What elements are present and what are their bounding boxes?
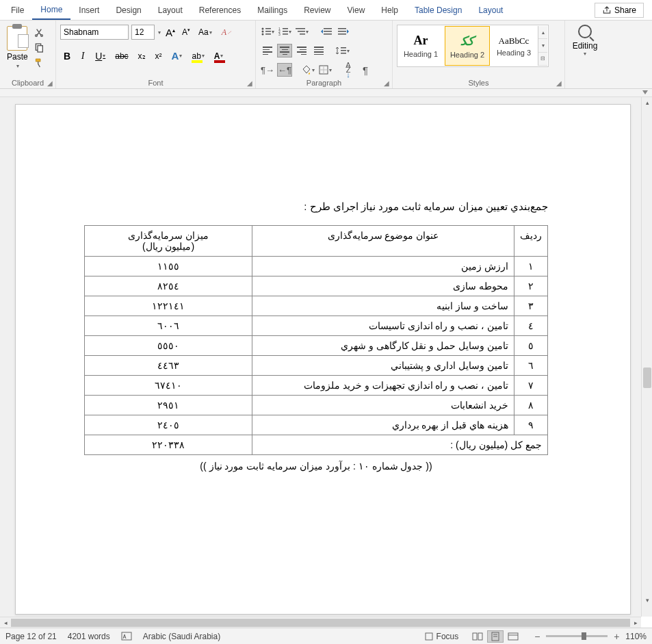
group-clipboard: Paste ▾ Clipboard◢ [0,21,56,88]
menu-table-design[interactable]: Table Design [406,1,470,19]
table-row[interactable]: ١ ارزش زمین ١١٥٥ [85,257,548,276]
page[interactable]: جمع‌بندي تعیین میزان سرمایه ثابت مورد نی… [15,104,631,615]
scroll-down[interactable]: ▾ [642,595,652,606]
status-words[interactable]: 4201 words [68,632,110,641]
scroll-thumb[interactable] [643,368,651,388]
svg-rect-21 [338,31,346,32]
table-row[interactable]: ٢ محوطه سازی ٨٢٥٤ [85,276,548,296]
ltr-direction-button[interactable]: ¶→ [260,63,275,77]
vertical-scrollbar[interactable]: ▴ ▾ [641,97,652,617]
paragraph-launcher[interactable]: ◢ [384,79,389,87]
sort-button[interactable]: AZ↓ [341,63,356,77]
align-center-button[interactable] [277,44,292,57]
cell-num: ٩ [514,415,548,435]
table-row[interactable]: ٥ تامین وسایل حمل و نقل کارگاهی و شهري ٥… [85,336,548,356]
paste-button[interactable]: Paste ▾ [4,25,31,70]
zoom-value[interactable]: 110% [625,632,647,641]
table-row[interactable]: ٩ هزینه هاي قبل از بهره برداري ٢٤٠٥ [85,415,548,435]
subscript-button[interactable]: x₂ [135,49,149,63]
status-language[interactable]: Arabic (Saudi Arabia) [143,632,220,641]
scroll-left[interactable]: ◂ [0,617,11,628]
shrink-font-button[interactable]: A▾ [180,26,192,38]
table-row[interactable]: ٣ ساخت و ساز ابنیه ١٢٢١٤١ [85,296,548,316]
gallery-down[interactable]: ▾ [538,39,547,52]
menu-table-layout[interactable]: Layout [470,1,511,19]
text-effects-button[interactable]: A▾ [168,48,186,64]
status-page[interactable]: Page 12 of 21 [5,632,57,641]
chevron-down-icon[interactable]: ▾ [158,29,161,36]
rtl-direction-button[interactable]: ←¶ [277,63,292,77]
highlight-button[interactable]: ab▾ [188,49,207,63]
format-painter-icon[interactable] [34,57,44,68]
table-row[interactable]: ٨ خرید انشعابات ٢٩٥١ [85,396,548,415]
superscript-button[interactable]: x² [152,49,166,63]
show-marks-button[interactable]: ¶ [358,63,373,77]
total-value: ٢٢٠٣٣٨ [85,435,252,455]
align-left-button[interactable] [260,44,275,57]
font-launcher[interactable]: ◢ [247,79,252,87]
spellcheck-icon[interactable] [121,632,132,641]
decrease-indent-button[interactable] [319,25,334,38]
gallery-more[interactable]: ⊟ [538,53,547,66]
table-row[interactable]: ٤ تامین ، نصب و راه اندازی تاسیسات ٦٠٠٦ [85,316,548,336]
zoom-in-button[interactable]: + [612,631,621,642]
font-color-button[interactable]: A▾ [211,49,227,63]
shading-button[interactable]: ▾ [300,63,315,77]
horizontal-scrollbar[interactable]: ◂ ▸ [0,617,641,628]
numbering-button[interactable]: 123▾ [277,25,292,38]
menu-file[interactable]: File [3,1,32,19]
underline-button[interactable]: U▾ [92,49,109,64]
bullets-button[interactable]: ▾ [260,25,275,38]
menu-home[interactable]: Home [32,1,70,20]
read-mode-button[interactable] [469,630,486,643]
menu-layout[interactable]: Layout [150,1,191,19]
font-size-input[interactable] [131,25,155,40]
zoom-slider[interactable] [546,635,608,637]
font-name-input[interactable] [60,25,129,40]
scroll-right[interactable]: ▸ [630,617,641,628]
ruler-toggle[interactable] [642,90,648,94]
borders-button[interactable]: ▾ [317,63,332,77]
italic-button[interactable]: I [77,49,89,64]
scroll-up[interactable]: ▴ [642,97,652,108]
menu-mailings[interactable]: Mailings [249,1,296,19]
style-heading-2[interactable]: ﮐﮑ Heading 2 [445,26,490,66]
clear-formatting-button[interactable]: A⟋ [218,25,235,40]
table-row[interactable]: ٦ تامین وسایل اداري و پشتیباني ٤٤٦٣ [85,356,548,376]
clipboard-launcher[interactable]: ◢ [47,79,53,87]
print-layout-button[interactable] [487,630,504,643]
align-right-button[interactable] [294,44,309,57]
cell-amount: ٢٩٥١ [85,396,252,415]
share-button[interactable]: Share [595,3,644,18]
table-row[interactable]: ٧ تامین ، نصب و راه اندازي تجهیزات و خری… [85,376,548,396]
gallery-up[interactable]: ▴ [538,26,547,39]
hscroll-thumb[interactable] [11,619,630,627]
grow-font-button[interactable]: A▴ [164,25,177,40]
investment-table[interactable]: ردیف عنوان موضوع سرمایه‌گذاری میزان سرما… [84,225,548,455]
menu-review[interactable]: Review [296,1,339,19]
multilevel-list-button[interactable]: ▾ [294,25,309,38]
menu-help[interactable]: Help [373,1,406,19]
zoom-out-button[interactable]: − [532,631,542,642]
document-content[interactable]: جمع‌بندي تعیین میزان سرمایه ثابت مورد نی… [16,105,630,499]
bold-button[interactable]: B [60,49,74,64]
focus-mode-button[interactable]: Focus [424,632,459,641]
style-heading-1[interactable]: Ar Heading 1 [398,26,443,66]
svg-rect-22 [338,34,346,35]
change-case-button[interactable]: Aa▾ [195,25,216,39]
style-heading-3[interactable]: AaBbCc Heading 3 [491,26,536,66]
increase-indent-button[interactable] [336,25,351,38]
menu-references[interactable]: References [191,1,249,19]
copy-icon[interactable] [34,42,44,53]
cell-num: ٤ [514,316,548,336]
justify-button[interactable] [311,44,326,57]
editing-button[interactable]: Editing ▾ [573,25,598,57]
styles-launcher[interactable]: ◢ [556,79,562,87]
menu-view[interactable]: View [339,1,374,19]
menu-design[interactable]: Design [107,1,149,19]
web-layout-button[interactable] [505,630,521,643]
line-spacing-button[interactable]: ▾ [335,44,350,57]
menu-insert[interactable]: Insert [70,1,107,19]
cut-icon[interactable] [34,27,44,38]
strikethrough-button[interactable]: abc [112,49,131,63]
